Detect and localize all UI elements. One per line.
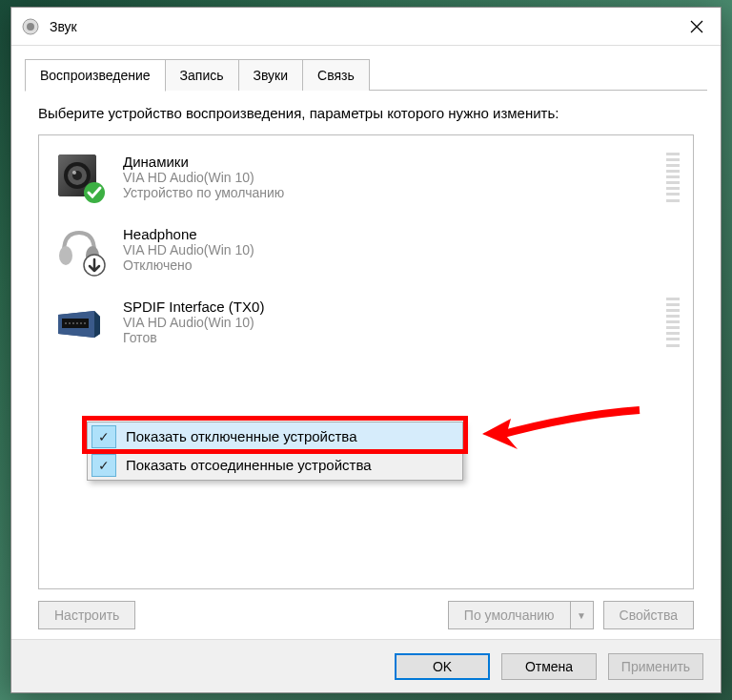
instruction-text: Выберите устройство воспроизведения, пар…	[38, 104, 694, 123]
device-buttons: Настроить По умолчанию ▼ Свойства	[38, 589, 694, 629]
svg-point-18	[76, 322, 78, 324]
cancel-button[interactable]: Отмена	[501, 653, 597, 680]
spdif-icon	[52, 296, 106, 349]
device-info: Headphone VIA HD Audio(Win 10) Отключено	[123, 226, 680, 273]
tab-sounds[interactable]: Звуки	[238, 59, 304, 91]
properties-button[interactable]: Свойства	[603, 601, 694, 629]
window-title: Звук	[50, 19, 673, 34]
device-info: SPDIF Interface (TX0) VIA HD Audio(Win 1…	[123, 299, 657, 345]
svg-point-11	[59, 246, 72, 265]
set-default-label: По умолчанию	[449, 602, 570, 628]
level-meter	[666, 298, 680, 347]
context-menu: ✓ Показать отключенные устройства ✓ Пока…	[87, 422, 463, 481]
set-default-button[interactable]: По умолчанию ▼	[448, 601, 594, 629]
device-driver: VIA HD Audio(Win 10)	[123, 170, 657, 185]
annotation-arrow	[478, 405, 649, 476]
chevron-down-icon[interactable]: ▼	[570, 602, 593, 628]
sound-icon	[21, 17, 40, 36]
speaker-icon	[52, 151, 106, 204]
svg-point-17	[72, 322, 74, 324]
svg-point-1	[27, 23, 34, 31]
ok-button[interactable]: OK	[395, 653, 490, 680]
close-button[interactable]	[673, 8, 721, 46]
dialog-buttons: OK Отмена Применить	[11, 639, 721, 692]
check-icon: ✓	[92, 454, 116, 477]
headphone-icon	[52, 223, 106, 277]
tab-playback[interactable]: Воспроизведение	[25, 59, 166, 92]
check-icon: ✓	[92, 425, 116, 448]
configure-button[interactable]: Настроить	[38, 601, 135, 629]
titlebar: Звук	[11, 8, 721, 46]
device-item-spdif[interactable]: SPDIF Interface (TX0) VIA HD Audio(Win 1…	[45, 286, 687, 359]
svg-point-9	[72, 171, 76, 175]
tab-content: Выберите устройство воспроизведения, пар…	[11, 91, 721, 639]
svg-point-15	[65, 322, 67, 324]
device-driver: VIA HD Audio(Win 10)	[123, 315, 657, 330]
device-name: Динамики	[123, 154, 657, 170]
device-name: SPDIF Interface (TX0)	[123, 299, 657, 315]
device-status: Устройство по умолчанию	[123, 185, 657, 200]
ctx-label: Показать отключенные устройства	[126, 428, 357, 444]
device-driver: VIA HD Audio(Win 10)	[123, 242, 680, 257]
device-status: Готов	[123, 330, 657, 345]
device-name: Headphone	[123, 226, 680, 242]
level-meter	[666, 153, 680, 202]
tab-communications[interactable]: Связь	[302, 59, 370, 91]
ctx-show-disabled[interactable]: ✓ Показать отключенные устройства	[88, 422, 462, 451]
svg-point-16	[69, 322, 71, 324]
svg-point-20	[84, 322, 86, 324]
device-item-speakers[interactable]: Динамики VIA HD Audio(Win 10) Устройство…	[45, 141, 687, 214]
tab-recording[interactable]: Запись	[165, 59, 239, 91]
tab-strip: Воспроизведение Запись Звуки Связь	[11, 46, 721, 91]
sound-dialog: Звук Воспроизведение Запись Звуки Связь …	[10, 7, 722, 693]
apply-button[interactable]: Применить	[608, 653, 703, 680]
device-list: Динамики VIA HD Audio(Win 10) Устройство…	[38, 134, 694, 590]
device-info: Динамики VIA HD Audio(Win 10) Устройство…	[123, 154, 657, 200]
device-status: Отключено	[123, 257, 680, 273]
ctx-show-disconnected[interactable]: ✓ Показать отсоединенные устройства	[88, 451, 462, 480]
svg-point-19	[80, 322, 82, 324]
device-item-headphone[interactable]: Headphone VIA HD Audio(Win 10) Отключено	[45, 214, 687, 286]
ctx-label: Показать отсоединенные устройства	[126, 457, 372, 473]
